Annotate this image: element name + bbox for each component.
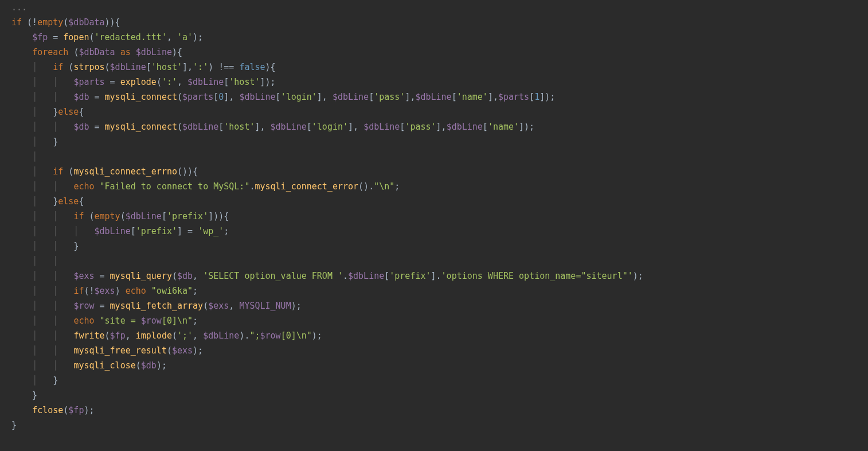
- code-token: [11, 137, 32, 147]
- code-line: │ │ echo "Failed to connect to MySQL:".m…: [11, 179, 857, 194]
- code-token: [11, 32, 32, 42]
- code-token: (: [63, 405, 68, 415]
- code-token: $db: [73, 92, 89, 102]
- code-token: =: [105, 77, 120, 87]
- code-token: [11, 316, 32, 326]
- code-token: [11, 286, 32, 296]
- code-token: [11, 345, 32, 356]
- code-token: if: [53, 166, 68, 177]
- code-token: │ │: [32, 122, 73, 132]
- code-line: │ │ $db = mysqli_connect($dbLine['host']…: [11, 119, 857, 134]
- code-token: =: [95, 301, 110, 311]
- code-token: fclose: [32, 405, 63, 415]
- code-token: $row: [73, 301, 94, 311]
- code-token: 'name': [488, 122, 519, 132]
- code-token: $db: [177, 271, 193, 281]
- code-token: (: [203, 301, 208, 311]
- code-token: (!: [27, 17, 37, 28]
- code-token: 'pass': [374, 92, 405, 102]
- code-token: $fp: [68, 405, 84, 415]
- code-token: mysqli_connect_errno: [73, 166, 177, 177]
- code-token: ] =: [177, 226, 198, 236]
- code-line: │ │ echo "site = $row[0]\n";: [11, 313, 857, 328]
- code-token: );: [193, 32, 203, 42]
- code-token: }: [53, 137, 58, 147]
- code-token: [11, 331, 32, 341]
- code-token: [: [452, 92, 457, 102]
- code-token: [11, 211, 32, 221]
- code-token: ':': [193, 62, 208, 72]
- code-token: [115, 47, 120, 57]
- code-token: ],: [255, 122, 270, 132]
- code-token: $dbLine: [239, 92, 275, 102]
- code-token: [11, 181, 32, 192]
- code-token: │: [32, 196, 53, 207]
- code-token: (: [89, 32, 94, 42]
- code-token: ) !==: [208, 62, 239, 72]
- code-token: │ │: [32, 345, 73, 356]
- code-token: [: [224, 77, 229, 87]
- code-token: echo: [126, 286, 151, 296]
- code-token: ): [115, 286, 126, 296]
- code-line: │ │ $db = mysqli_connect($parts[0], $dbL…: [11, 90, 857, 104]
- code-token: );: [157, 360, 167, 371]
- code-token: │ │: [32, 286, 73, 296]
- code-token: [11, 151, 32, 162]
- code-token: $exs: [172, 345, 193, 356]
- code-token: [11, 301, 32, 311]
- code-line: │ │ $row = mysqli_fetch_array($exs, MYSQ…: [11, 298, 857, 313]
- code-token: [11, 375, 32, 386]
- code-token: [: [213, 92, 218, 102]
- code-token: $parts: [498, 92, 529, 102]
- code-token: =: [89, 122, 104, 132]
- code-token: ){: [265, 62, 276, 72]
- code-token: )){: [105, 17, 120, 28]
- code-token: [11, 360, 32, 371]
- code-token: 'a': [177, 32, 193, 42]
- code-token: .: [343, 271, 348, 281]
- code-token: {: [79, 196, 84, 207]
- code-token: $row: [141, 316, 162, 326]
- code-token: MYSQLI_NUM: [239, 301, 291, 311]
- code-token: [: [529, 92, 534, 102]
- code-token: $dbLine: [333, 92, 369, 102]
- code-line: │ │ if (empty($dbLine['prefix'])){: [11, 209, 857, 224]
- code-token: ].: [431, 271, 441, 281]
- code-token: (: [120, 211, 126, 221]
- code-token: [0]\n": [162, 316, 193, 326]
- code-line: if (!empty($dbData)){: [11, 15, 857, 30]
- code-token: strpos: [73, 62, 104, 72]
- code-token: {: [79, 107, 84, 117]
- code-token: $dbLine: [363, 122, 400, 132]
- code-token: $dbLine: [95, 226, 131, 236]
- code-editor-content[interactable]: ...if (!empty($dbData)){ $fp = fopen('re…: [0, 0, 868, 433]
- code-token: (: [177, 122, 182, 132]
- code-token: );: [291, 301, 302, 311]
- code-token: │ │: [32, 301, 73, 311]
- code-token: mysqli_close: [73, 360, 135, 371]
- code-token: │ │: [32, 271, 73, 281]
- code-token: ()){: [177, 166, 198, 177]
- code-token: else: [58, 196, 79, 207]
- code-line: $fp = fopen('redacted.ttt', 'a');: [11, 30, 857, 45]
- code-token: echo: [73, 316, 99, 326]
- code-token: [11, 226, 32, 236]
- code-token: $exs: [95, 286, 115, 296]
- code-token: $dbLine: [187, 77, 224, 87]
- code-token: [11, 166, 32, 177]
- code-line: fclose($fp);: [11, 403, 857, 418]
- code-token: mysqli_connect: [105, 92, 177, 102]
- code-token: ])){: [208, 211, 229, 221]
- code-token: $dbLine: [182, 122, 218, 132]
- code-token: ]);: [539, 92, 555, 102]
- code-token: ,: [177, 77, 187, 87]
- code-token: 'prefix': [389, 271, 431, 281]
- code-token: [: [162, 211, 167, 221]
- code-token: │: [32, 166, 53, 177]
- code-token: $dbLine: [271, 122, 307, 132]
- code-token: ...: [11, 2, 27, 13]
- code-line: │ }else{: [11, 104, 857, 119]
- code-token: $exs: [73, 271, 94, 281]
- code-token: ().: [358, 181, 374, 192]
- code-token: $parts: [182, 92, 213, 102]
